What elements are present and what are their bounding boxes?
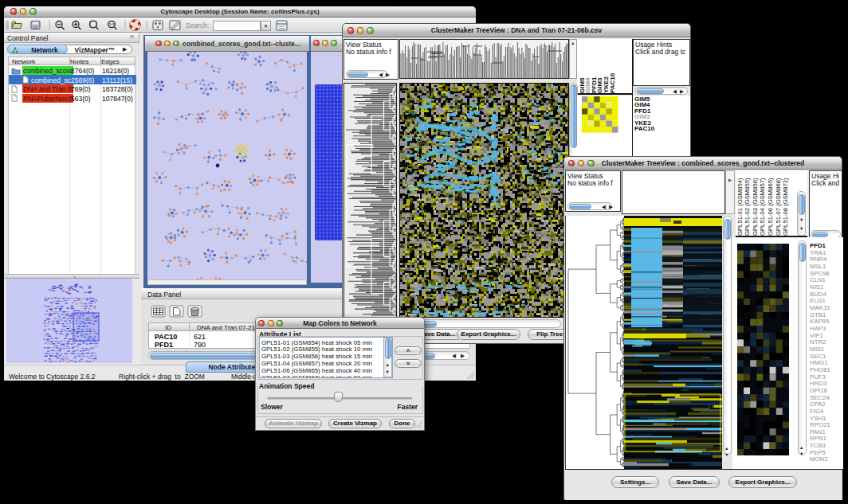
svg-text:Search:: Search: (186, 21, 209, 29)
svg-text:1:1: 1:1 (109, 22, 115, 26)
